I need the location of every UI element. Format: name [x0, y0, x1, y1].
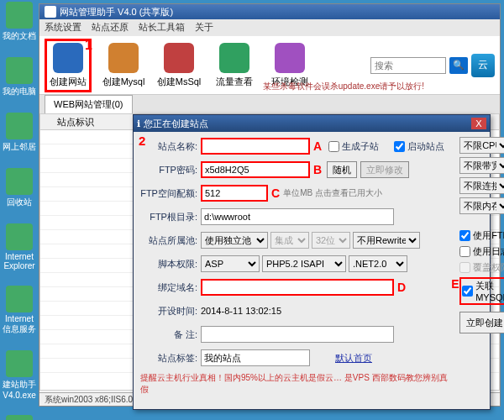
desktop-icon[interactable]: 建站助手 V4.0.exe	[2, 350, 37, 400]
desktop-icon[interactable]: 网上邻居	[2, 113, 37, 153]
mark-d: D	[397, 281, 406, 294]
use-log-checkbox[interactable]	[459, 246, 470, 257]
window-title: 网站管理助手 V4.0 (共享版)	[60, 6, 173, 18]
desktop-icon[interactable]: Internet Explorer	[2, 223, 37, 270]
domain-label: 绑定域名:	[140, 281, 197, 294]
desktop-icon[interactable]: 启用mysql 库.txt	[2, 415, 37, 420]
search-input[interactable]	[370, 57, 446, 74]
pool-label: 站点所属池:	[140, 234, 197, 247]
opentime-value: 2014-8-11 13:02:15	[201, 306, 281, 316]
tabs: WEB网站管理(0)	[39, 95, 500, 113]
desktop-icon[interactable]: 我的电脑	[2, 57, 37, 97]
mark-b: B	[313, 163, 322, 176]
link-mysql-checkbox[interactable]	[462, 286, 473, 297]
search-button[interactable]: 🔍	[449, 57, 468, 74]
script-asp-select[interactable]: ASP	[201, 255, 260, 272]
highlight-1: 1	[85, 38, 92, 53]
toolbar-button[interactable]: 创建MsSql	[155, 43, 202, 88]
dialog-title: 您正在创建站点	[144, 118, 208, 130]
mark-c: C	[271, 186, 280, 200]
pool-select[interactable]: 使用独立池	[201, 232, 268, 249]
dialog-titlebar: ℹ 您正在创建站点 X	[134, 115, 490, 132]
ftp-pwd-input[interactable]	[201, 161, 310, 178]
desktop-icon[interactable]: 回收站	[2, 168, 37, 208]
script-php-select[interactable]: PHP5.2 ISAPI	[262, 255, 346, 272]
conn-limit-select[interactable]: 不限连接数	[459, 177, 504, 194]
window-titlebar: 网站管理助手 V4.0 (共享版)	[39, 4, 500, 19]
tool-icon	[164, 43, 194, 73]
tool-icon	[53, 43, 83, 73]
cloud-button[interactable]: 云	[471, 54, 495, 77]
mark-a: A	[313, 139, 322, 153]
mark-e: E	[451, 277, 459, 291]
close-icon[interactable]: X	[471, 118, 486, 129]
dialog-tip: 提醒云主机行业真相！国内95%以上的云主机是假云… 是VPS 西部数码教您辨别真…	[140, 372, 454, 396]
mem-limit-select[interactable]: 不限内存	[459, 197, 504, 214]
override-perm-checkbox	[459, 262, 470, 273]
remark-input[interactable]	[201, 326, 394, 343]
menu-item[interactable]: 站长工具箱	[139, 21, 185, 34]
tag-input[interactable]	[201, 349, 310, 366]
gen-subsite-checkbox[interactable]	[328, 141, 339, 152]
start-site-checkbox[interactable]	[394, 141, 405, 152]
site-name-label: 站点名称:	[140, 140, 197, 153]
use-ftp-checkbox[interactable]	[459, 230, 470, 241]
desktop-icon[interactable]: 我的文档	[2, 2, 37, 42]
desktop-icon[interactable]: Internet 信息服务	[2, 286, 37, 335]
menu-item[interactable]: 关于	[195, 21, 213, 34]
create-site-dialog: ℹ 您正在创建站点 X 2 站点名称: A 生成子站 启动站点 FTP密码: B…	[133, 114, 491, 410]
pool-bit-select: 32位	[312, 232, 350, 249]
menubar: 系统设置站点还原站长工具箱关于	[39, 19, 500, 36]
modify-now-button: 立即修改	[360, 161, 409, 178]
remark-label: 备 注:	[140, 328, 197, 341]
warning-text: 某些杀毒软件会误杀update.exe请予以放行!	[263, 81, 424, 92]
pool-mode-select: 集成	[270, 232, 309, 249]
domain-input[interactable]	[201, 279, 394, 296]
tool-icon	[108, 43, 139, 73]
toolbar-button[interactable]: 创建Mysql	[100, 43, 147, 88]
site-name-input[interactable]	[201, 138, 310, 155]
toolbar: 创建网站创建Mysql创建MsSql流量查看环境检测 🔍 云 某些杀毒软件会误杀…	[39, 36, 500, 95]
ftp-quota-input[interactable]	[201, 185, 268, 202]
rewrite-select[interactable]: 不用Rewrite	[353, 232, 420, 249]
tool-icon	[275, 43, 305, 73]
script-label: 脚本权限:	[140, 258, 197, 270]
tab-web[interactable]: WEB网站管理(0)	[45, 95, 133, 113]
info-icon: ℹ	[137, 118, 140, 129]
bandwidth-limit-select[interactable]: 不限带宽	[459, 157, 504, 174]
ftp-pwd-label: FTP密码:	[140, 164, 197, 176]
quota-hint: 单位MB 点击查看已用大小	[283, 187, 382, 199]
cpu-limit-select[interactable]: 不限CPU	[459, 137, 504, 154]
script-net-select[interactable]: .NET2.0	[349, 255, 407, 272]
tool-icon	[219, 43, 249, 73]
menu-item[interactable]: 站点还原	[92, 21, 129, 34]
ftp-root-input[interactable]	[201, 208, 394, 225]
create-now-button[interactable]: 立即创建	[459, 312, 504, 333]
tag-label: 站点标签:	[140, 352, 197, 365]
random-button[interactable]: 随机	[327, 161, 357, 178]
ftp-root-label: FTP根目录:	[140, 211, 197, 223]
app-icon	[45, 6, 56, 18]
ftp-quota-label: FTP空间配额:	[140, 187, 197, 200]
menu-item[interactable]: 系统设置	[45, 21, 81, 34]
opentime-label: 开设时间:	[140, 305, 197, 318]
search-icon: 🔍	[453, 60, 465, 71]
toolbar-button[interactable]: 流量查看	[211, 43, 258, 88]
highlight-2: 2	[139, 134, 145, 148]
default-home-link[interactable]: 默认首页	[335, 352, 372, 365]
